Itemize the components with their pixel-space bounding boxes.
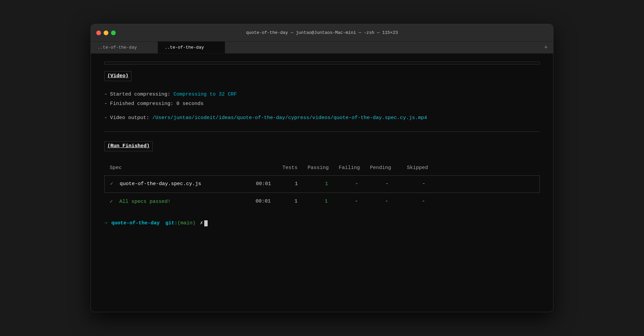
dash-1: - [104,91,107,99]
summary-failing: - [338,198,368,206]
video-output-path: /Users/juntao/icodeit/ideas/quote-of-the… [152,114,427,122]
divider [104,131,540,132]
compression-label-1: Started compressing: [110,91,173,99]
compression-value-2: 0 seconds [176,100,204,108]
header-tests: Tests [281,164,308,172]
header-skipped: Skipped [401,164,428,172]
header-pending: Pending [370,164,401,172]
summary-checkmark: ✓ [110,199,113,205]
prompt-branch-close: ) [193,219,196,227]
row1-tests: 1 [281,180,308,188]
tab-1[interactable]: ..te-of-the-day [91,42,158,53]
prompt-line: → quote-of-the-day git: ( main ) ✗ [104,219,540,227]
compression-value-1: Compressing to 32 CRF [173,91,237,99]
terminal-window: quote-of-the-day — juntao@Juntaos-Mac-mi… [91,24,553,312]
tab-2-label: ..te-of-the-day [165,45,204,50]
maximize-button[interactable] [111,31,116,35]
table-header: Spec Tests Passing Failing Pending Skipp… [104,164,540,175]
table-row-1: ✓ quote-of-the-day.spec.cy.js 00:01 1 1 … [104,175,540,193]
video-section-title: (Video) [107,73,128,79]
cursor [204,220,208,226]
row1-failing: - [338,180,368,188]
run-finished-box: (Run Finished) [104,141,153,151]
prompt-branch-name: main [180,219,193,227]
summary-spec-name: All specs passed! [119,199,171,205]
row1-spec-name: quote-of-the-day.spec.cy.js [120,181,201,187]
traffic-lights [96,31,116,35]
close-button[interactable] [96,31,101,35]
row1-time: 00:01 [251,180,281,188]
summary-passing: 1 [308,198,338,206]
prompt-git-word: git: [165,219,177,227]
header-passing: Passing [308,164,339,172]
row1-checkmark: ✓ [110,181,113,187]
row1-passing: 1 [308,180,338,188]
compression-item-1: - Started compressing: Compressing to 32… [104,91,540,99]
header-spec: Spec [110,164,251,172]
tab-1-label: ..te-of-the-day [98,45,137,50]
video-section-box: (Video) [104,71,131,81]
summary-skipped: - [398,198,425,206]
summary-pending: - [368,198,398,206]
tabs-bar: ..te-of-the-day ..te-of-the-day + [91,42,553,54]
tab-2[interactable]: ..te-of-the-day [158,42,225,53]
results-table: Spec Tests Passing Failing Pending Skipp… [104,164,540,210]
prompt-directory: quote-of-the-day [111,219,160,227]
row1-pending: - [368,180,398,188]
summary-spec: ✓ All specs passed! [110,198,251,206]
row1-spec: ✓ quote-of-the-day.spec.cy.js [110,180,251,188]
header-failing: Failing [339,164,370,172]
compression-item-2: - Finished compressing: 0 seconds [104,100,540,108]
prompt-git-label [161,219,164,227]
video-output-label: Video output: [110,114,152,122]
dash-2: - [104,100,107,108]
summary-tests: 1 [281,198,308,206]
minimize-button[interactable] [104,31,108,35]
table-summary-row: ✓ All specs passed! 00:01 1 1 - [104,193,540,210]
summary-time: 00:01 [251,198,281,206]
new-tab-button[interactable]: + [539,42,553,53]
prompt-branch-open: ( [177,219,180,227]
compression-label-2: Finished compressing: [110,100,176,108]
dash-3: - [104,114,107,122]
top-border-box [104,62,540,64]
prompt-suffix: ✗ [197,219,203,227]
row1-skipped: - [398,180,425,188]
prompt-arrow-icon: → [104,219,107,227]
run-finished-section: (Run Finished) Spec Tests Passing Failin… [104,141,540,210]
video-output-line: - Video output: /Users/juntao/icodeit/id… [104,114,540,122]
terminal-content: (Video) - Started compressing: Compressi… [91,54,553,309]
run-finished-title: (Run Finished) [107,143,150,149]
window-title: quote-of-the-day — juntao@Juntaos-Mac-mi… [246,30,398,35]
titlebar: quote-of-the-day — juntao@Juntaos-Mac-mi… [91,24,553,42]
